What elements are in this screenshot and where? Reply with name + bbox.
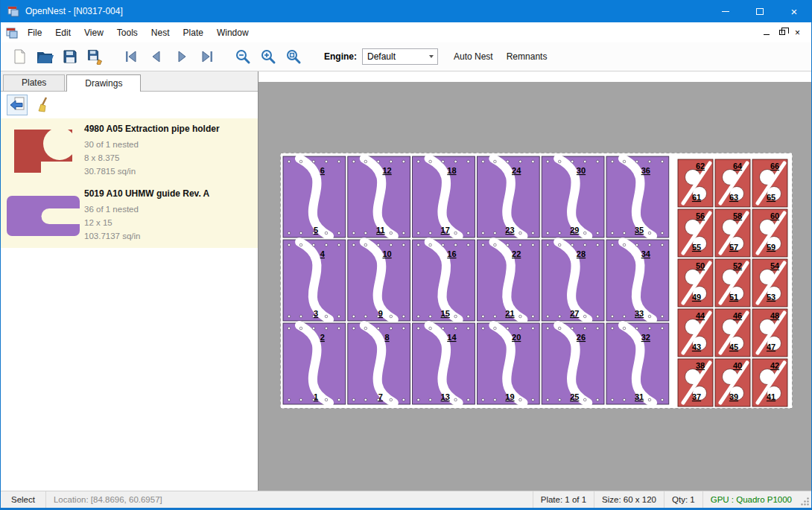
part-number: 60	[770, 211, 779, 220]
nest-part-pair[interactable]: 2019	[477, 323, 539, 404]
go-next-button[interactable]	[169, 45, 194, 68]
auto-nest-button[interactable]: Auto Nest	[447, 48, 500, 66]
nest-plate-svg[interactable]: 6512111817242330293635431091615222128273…	[280, 153, 793, 409]
open-file-button[interactable]	[32, 45, 57, 68]
nest-part-pair[interactable]: 5655	[678, 209, 713, 257]
nest-part-pair[interactable]: 3231	[606, 323, 669, 404]
nest-part-pair[interactable]: 3837	[678, 359, 713, 407]
nest-part-pair[interactable]: 6059	[752, 209, 787, 257]
nest-part-pair[interactable]: 5857	[715, 209, 750, 257]
nest-part-pair[interactable]: 4039	[715, 359, 750, 407]
zoom-out-button[interactable]	[230, 45, 256, 68]
hole	[429, 243, 432, 246]
nest-part-pair[interactable]: 3433	[606, 240, 669, 321]
go-previous-button[interactable]	[144, 45, 169, 68]
nest-part-pair[interactable]: 2423	[477, 156, 539, 238]
nest-part-pair[interactable]: 65	[283, 156, 346, 238]
hole	[390, 327, 393, 330]
menu-item-window[interactable]: Window	[210, 22, 256, 42]
mdi-restore-button[interactable]	[774, 25, 790, 40]
hole	[635, 160, 638, 163]
menu-item-edit[interactable]: Edit	[48, 22, 77, 42]
nest-part-pair[interactable]: 43	[283, 240, 346, 321]
nest-part-pair[interactable]: 5453	[752, 259, 787, 307]
maximize-icon	[756, 8, 764, 15]
hole	[417, 160, 420, 163]
hole	[661, 232, 664, 235]
tab-drawings[interactable]: Drawings	[66, 74, 141, 92]
hole	[546, 160, 549, 163]
nest-part-pair[interactable]: 6261	[678, 159, 713, 207]
nest-part-pair[interactable]: 1211	[348, 156, 410, 238]
nest-part-pair[interactable]: 6463	[715, 159, 750, 207]
part-number: 64	[733, 162, 743, 170]
part-number: 62	[696, 162, 705, 170]
go-last-button[interactable]	[194, 45, 220, 68]
nest-part-pair[interactable]: 21	[283, 323, 346, 404]
nest-part-pair[interactable]: 1615	[413, 240, 475, 321]
part-number: 57	[729, 243, 738, 252]
part-number: 46	[733, 311, 742, 320]
save-button[interactable]	[57, 45, 83, 68]
nest-part-pair[interactable]: 1817	[413, 156, 475, 238]
hole	[532, 243, 535, 246]
nest-part-pair[interactable]: 6665	[752, 159, 787, 207]
new-document-button[interactable]	[7, 45, 32, 68]
clean-button[interactable]	[34, 95, 54, 115]
tab-plates[interactable]: Plates	[3, 74, 65, 91]
hole	[583, 243, 586, 246]
remnants-button[interactable]: Remnants	[500, 48, 554, 66]
nest-part-pair[interactable]: 5049	[678, 259, 713, 307]
nest-part-pair[interactable]: 1413	[413, 323, 475, 404]
nest-part-pair[interactable]: 4645	[715, 309, 750, 357]
nest-part-pair[interactable]: 4443	[678, 309, 713, 357]
hole	[507, 327, 510, 330]
menu-item-tools[interactable]: Tools	[110, 22, 145, 42]
engine-combobox[interactable]: Default	[362, 48, 438, 65]
close-button[interactable]: ×	[777, 0, 811, 22]
menu-item-view[interactable]: View	[77, 22, 110, 42]
return-part-button[interactable]	[7, 95, 28, 115]
nest-part-pair[interactable]: 5251	[715, 259, 750, 307]
nest-part-pair[interactable]: 2625	[542, 323, 604, 404]
hole	[519, 327, 522, 330]
nest-part-pair[interactable]: 4847	[752, 309, 787, 357]
zoom-in-button[interactable]	[256, 45, 281, 68]
menu-item-plate[interactable]: Plate	[177, 22, 210, 42]
resize-grip[interactable]	[799, 491, 811, 508]
drawing-list-item[interactable]: 5019 A10 UHMW guide Rev. A36 of 1 nested…	[1, 183, 258, 248]
nest-part-pair[interactable]: 3029	[542, 156, 604, 238]
hole	[648, 232, 651, 235]
nest-part-pair[interactable]: 109	[348, 240, 410, 321]
go-first-button[interactable]	[118, 45, 144, 68]
save-as-button[interactable]	[83, 45, 108, 68]
nest-part-pair[interactable]: 4241	[752, 359, 787, 407]
status-gpu: GPU : Quadro P1000	[703, 491, 799, 508]
mdi-close-button[interactable]: ×	[790, 25, 805, 40]
hole	[661, 327, 664, 330]
chevron-down-icon[interactable]	[425, 49, 437, 64]
mdi-window-controls: ×	[758, 25, 811, 40]
status-location: Location: [84.8696, 60.6957]	[46, 491, 170, 508]
nest-part-pair[interactable]: 3635	[606, 156, 669, 238]
hole	[325, 232, 328, 235]
drawing-list-item[interactable]: 4980 A05 Extraction pipe holder30 of 1 n…	[1, 118, 258, 183]
zoom-fit-button[interactable]	[281, 45, 306, 68]
part-number: 53	[767, 293, 775, 302]
menu-item-file[interactable]: File	[21, 22, 48, 42]
menu-item-nest[interactable]: Nest	[145, 22, 177, 42]
hole	[482, 315, 485, 318]
mdi-minimize-button[interactable]	[758, 25, 774, 40]
nest-part-pair[interactable]: 2827	[542, 240, 604, 321]
part-number: 25	[570, 392, 579, 401]
title-bar: OpenNest - [N0317-004] ×	[1, 0, 811, 22]
nest-part-pair[interactable]: 2221	[477, 240, 539, 321]
nest-canvas[interactable]: 6512111817242330293635431091615222128273…	[258, 71, 811, 491]
minimize-button[interactable]	[708, 0, 743, 22]
hole	[661, 243, 664, 246]
maximize-button[interactable]	[743, 0, 777, 22]
nest-part-pair[interactable]: 87	[348, 323, 410, 404]
hole	[558, 232, 561, 235]
main-toolbar: Engine: Default Auto Nest Remnants	[1, 42, 811, 71]
hole	[364, 160, 367, 163]
